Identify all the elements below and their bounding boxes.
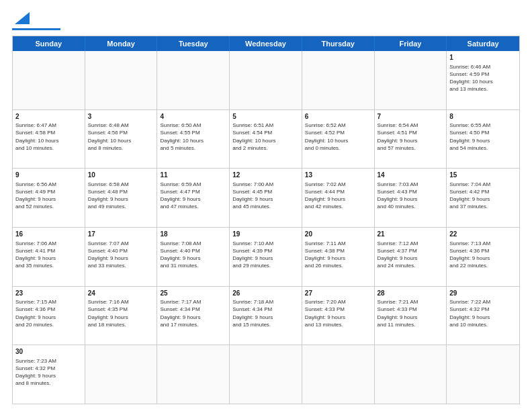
day-info: Sunrise: 6:46 AM Sunset: 4:59 PM Dayligh… — [449, 63, 517, 93]
day-header-sunday: Sunday — [13, 36, 85, 51]
day-cell-10: 10Sunrise: 6:58 AM Sunset: 4:48 PM Dayli… — [85, 169, 158, 227]
day-info: Sunrise: 7:12 AM Sunset: 4:37 PM Dayligh… — [378, 240, 444, 270]
day-cell-14: 14Sunrise: 7:03 AM Sunset: 4:43 PM Dayli… — [375, 169, 447, 227]
day-number: 26 — [232, 289, 299, 298]
day-cell-15: 15Sunrise: 7:04 AM Sunset: 4:42 PM Dayli… — [447, 169, 519, 227]
day-cell-8: 8Sunrise: 6:55 AM Sunset: 4:50 PM Daylig… — [447, 110, 519, 169]
day-cell-empty — [230, 51, 302, 109]
day-info: Sunrise: 7:04 AM Sunset: 4:42 PM Dayligh… — [449, 181, 517, 211]
day-number: 2 — [15, 112, 82, 122]
day-info: Sunrise: 6:59 AM Sunset: 4:47 PM Dayligh… — [160, 181, 226, 211]
day-info: Sunrise: 7:08 AM Sunset: 4:40 PM Dayligh… — [160, 240, 226, 270]
day-number: 9 — [15, 171, 82, 180]
day-info: Sunrise: 7:06 AM Sunset: 4:41 PM Dayligh… — [15, 240, 82, 270]
day-header-monday: Monday — [85, 36, 158, 51]
day-cell-3: 3Sunrise: 6:48 AM Sunset: 4:56 PM Daylig… — [85, 110, 158, 169]
day-info: Sunrise: 6:47 AM Sunset: 4:58 PM Dayligh… — [15, 122, 82, 152]
day-cell-empty — [375, 51, 447, 109]
day-info: Sunrise: 7:10 AM Sunset: 4:39 PM Dayligh… — [232, 240, 299, 270]
week-row-1: 1Sunrise: 6:46 AM Sunset: 4:59 PM Daylig… — [13, 51, 519, 109]
logo-triangle-icon — [15, 12, 30, 27]
day-number: 13 — [305, 171, 371, 180]
day-cell-empty — [447, 345, 519, 404]
day-info: Sunrise: 6:55 AM Sunset: 4:50 PM Dayligh… — [449, 122, 517, 152]
day-number: 21 — [378, 230, 444, 239]
day-info: Sunrise: 7:22 AM Sunset: 4:32 PM Dayligh… — [449, 298, 517, 328]
day-info: Sunrise: 7:18 AM Sunset: 4:34 PM Dayligh… — [232, 298, 299, 328]
day-number: 23 — [15, 289, 82, 298]
day-info: Sunrise: 6:51 AM Sunset: 4:54 PM Dayligh… — [232, 122, 299, 152]
day-info: Sunrise: 7:20 AM Sunset: 4:33 PM Dayligh… — [305, 298, 371, 328]
day-info: Sunrise: 6:56 AM Sunset: 4:49 PM Dayligh… — [15, 181, 82, 211]
day-info: Sunrise: 7:23 AM Sunset: 4:32 PM Dayligh… — [15, 357, 82, 387]
day-cell-30: 30Sunrise: 7:23 AM Sunset: 4:32 PM Dayli… — [13, 345, 85, 404]
day-info: Sunrise: 6:52 AM Sunset: 4:52 PM Dayligh… — [305, 122, 371, 152]
day-number: 28 — [378, 289, 444, 298]
day-cell-11: 11Sunrise: 6:59 AM Sunset: 4:47 PM Dayli… — [157, 169, 230, 227]
day-info: Sunrise: 6:50 AM Sunset: 4:55 PM Dayligh… — [160, 122, 226, 152]
week-row-3: 9Sunrise: 6:56 AM Sunset: 4:49 PM Daylig… — [13, 168, 519, 227]
day-cell-18: 18Sunrise: 7:08 AM Sunset: 4:40 PM Dayli… — [157, 228, 230, 286]
day-number: 30 — [15, 347, 82, 357]
day-info: Sunrise: 7:21 AM Sunset: 4:33 PM Dayligh… — [378, 298, 444, 328]
svg-marker-0 — [15, 12, 30, 24]
day-info: Sunrise: 6:54 AM Sunset: 4:51 PM Dayligh… — [378, 122, 444, 152]
day-number: 8 — [449, 112, 517, 122]
day-cell-empty — [13, 51, 85, 109]
day-number: 5 — [232, 112, 299, 122]
day-cell-empty — [157, 345, 230, 404]
day-cell-20: 20Sunrise: 7:11 AM Sunset: 4:38 PM Dayli… — [302, 228, 375, 286]
day-info: Sunrise: 7:15 AM Sunset: 4:36 PM Dayligh… — [15, 298, 82, 328]
day-cell-empty — [302, 345, 375, 404]
logo — [12, 12, 60, 30]
weeks: 1Sunrise: 6:46 AM Sunset: 4:59 PM Daylig… — [13, 51, 519, 404]
day-cell-22: 22Sunrise: 7:13 AM Sunset: 4:36 PM Dayli… — [447, 228, 519, 286]
day-cell-5: 5Sunrise: 6:51 AM Sunset: 4:54 PM Daylig… — [230, 110, 302, 169]
day-info: Sunrise: 6:48 AM Sunset: 4:56 PM Dayligh… — [88, 122, 154, 152]
day-info: Sunrise: 6:58 AM Sunset: 4:48 PM Dayligh… — [88, 181, 154, 211]
day-number: 12 — [232, 171, 299, 180]
day-cell-empty — [230, 345, 302, 404]
day-cell-empty — [157, 51, 230, 109]
day-header-friday: Friday — [375, 36, 447, 51]
day-headers: SundayMondayTuesdayWednesdayThursdayFrid… — [13, 36, 519, 51]
day-cell-9: 9Sunrise: 6:56 AM Sunset: 4:49 PM Daylig… — [13, 169, 85, 227]
day-number: 11 — [160, 171, 226, 180]
day-number: 3 — [88, 112, 154, 122]
day-number: 22 — [449, 230, 517, 239]
day-number: 4 — [160, 112, 226, 122]
week-row-2: 2Sunrise: 6:47 AM Sunset: 4:58 PM Daylig… — [13, 109, 519, 169]
day-number: 18 — [160, 230, 226, 239]
day-header-thursday: Thursday — [302, 36, 375, 51]
day-number: 24 — [88, 289, 154, 298]
day-number: 17 — [88, 230, 154, 239]
logo-bar — [12, 28, 60, 30]
day-number: 7 — [378, 112, 444, 122]
day-number: 29 — [449, 289, 517, 298]
day-number: 27 — [305, 289, 371, 298]
day-cell-6: 6Sunrise: 6:52 AM Sunset: 4:52 PM Daylig… — [302, 110, 375, 169]
day-cell-29: 29Sunrise: 7:22 AM Sunset: 4:32 PM Dayli… — [447, 287, 519, 345]
day-header-tuesday: Tuesday — [157, 36, 230, 51]
day-cell-empty — [85, 345, 158, 404]
day-cell-2: 2Sunrise: 6:47 AM Sunset: 4:58 PM Daylig… — [13, 110, 85, 169]
page: SundayMondayTuesdayWednesdayThursdayFrid… — [0, 0, 532, 411]
day-cell-19: 19Sunrise: 7:10 AM Sunset: 4:39 PM Dayli… — [230, 228, 302, 286]
day-number: 10 — [88, 171, 154, 180]
week-row-4: 16Sunrise: 7:06 AM Sunset: 4:41 PM Dayli… — [13, 227, 519, 286]
week-row-5: 23Sunrise: 7:15 AM Sunset: 4:36 PM Dayli… — [13, 286, 519, 345]
calendar: SundayMondayTuesdayWednesdayThursdayFrid… — [12, 36, 520, 404]
day-info: Sunrise: 7:11 AM Sunset: 4:38 PM Dayligh… — [305, 240, 371, 270]
day-cell-empty — [375, 345, 447, 404]
day-number: 16 — [15, 230, 82, 239]
week-row-6: 30Sunrise: 7:23 AM Sunset: 4:32 PM Dayli… — [13, 345, 519, 404]
day-cell-empty — [85, 51, 158, 109]
day-cell-4: 4Sunrise: 6:50 AM Sunset: 4:55 PM Daylig… — [157, 110, 230, 169]
day-cell-25: 25Sunrise: 7:17 AM Sunset: 4:34 PM Dayli… — [157, 287, 230, 345]
day-number: 19 — [232, 230, 299, 239]
day-info: Sunrise: 7:17 AM Sunset: 4:34 PM Dayligh… — [160, 298, 226, 328]
day-cell-12: 12Sunrise: 7:00 AM Sunset: 4:45 PM Dayli… — [230, 169, 302, 227]
day-number: 14 — [378, 171, 444, 180]
day-cell-7: 7Sunrise: 6:54 AM Sunset: 4:51 PM Daylig… — [375, 110, 447, 169]
day-cell-17: 17Sunrise: 7:07 AM Sunset: 4:40 PM Dayli… — [85, 228, 158, 286]
